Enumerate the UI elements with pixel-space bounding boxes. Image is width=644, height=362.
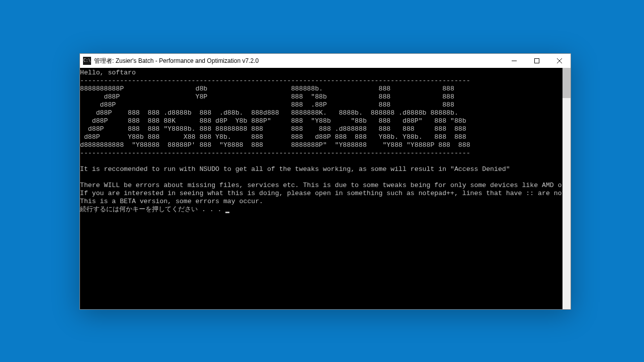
terminal-content[interactable]: Hello, softaro -------------------------… [80, 68, 562, 309]
info-line: If you are interested in seeing what thi… [80, 190, 562, 197]
maximize-icon [534, 58, 539, 63]
cmd-icon: C:\ [83, 57, 91, 65]
ascii-art-line: d8888888888 "Y88888 88888P' 888 "Y8888 8… [80, 141, 470, 149]
info-line: There WILL be errors about missing files… [80, 182, 562, 189]
divider-line: ----------------------------------------… [80, 77, 470, 84]
terminal-area: Hello, softaro -------------------------… [80, 68, 571, 309]
ascii-art-line: d88P 888 888 .d8888b 888 .d88b. 888d888 … [80, 109, 458, 117]
ascii-art-line: d88P Y8P 888 "88b 888 888 [80, 93, 454, 101]
ascii-art-line: d88P Y88b 888 X88 888 Y8b. 888 888 d88P … [80, 133, 466, 141]
minimize-button[interactable] [503, 54, 525, 68]
info-line: This is a BETA version, some errors may … [80, 198, 263, 205]
greeting-line: Hello, softaro [80, 69, 136, 76]
info-line: It is reccomended to run with NSUDO to g… [80, 165, 510, 173]
ascii-art-line: d88P 888 888 "Y8888b. 888 88888888 888 8… [80, 125, 466, 133]
ascii-art-line: 8888888888P d8b 888888b. 888 888 [80, 85, 454, 93]
minimize-icon [512, 58, 517, 63]
scrollbar[interactable] [562, 68, 571, 309]
divider-line: ----------------------------------------… [80, 149, 470, 157]
ascii-art-line: d88P 888 888 88K 888 d8P Y8b 888P" 888 "… [80, 117, 466, 125]
cursor [225, 212, 229, 213]
continue-prompt: 続行するには何かキーを押してください . . . [80, 206, 225, 213]
scroll-thumb[interactable] [562, 68, 571, 98]
svg-rect-1 [534, 59, 539, 63]
maximize-button[interactable] [525, 54, 548, 68]
cmd-icon-label: C:\ [84, 59, 91, 63]
ascii-art-line: d88P 888 .88P 888 888 [80, 101, 454, 109]
cmd-window: C:\ 管理者: Zusier's Batch - Performance an… [79, 53, 571, 310]
close-icon [557, 58, 562, 63]
window-controls [503, 54, 571, 68]
window-title: 管理者: Zusier's Batch - Performance and Op… [94, 57, 503, 65]
close-button[interactable] [548, 54, 571, 68]
titlebar[interactable]: C:\ 管理者: Zusier's Batch - Performance an… [80, 54, 571, 68]
